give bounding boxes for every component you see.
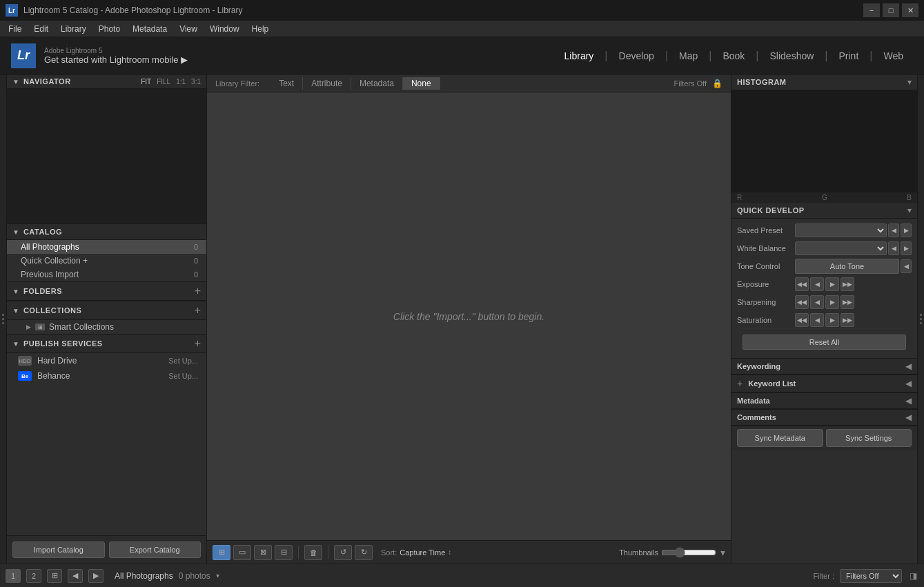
qd-sat-inc-large[interactable]: ▶▶ xyxy=(841,313,854,327)
qd-sharp-inc[interactable]: ▶ xyxy=(825,295,839,309)
status-filter-select[interactable]: Filters Off xyxy=(840,569,902,583)
nav-opt-1-1[interactable]: 1:1 xyxy=(176,78,186,86)
comments-header[interactable]: Comments ◀ xyxy=(731,409,917,426)
publish-add-button[interactable]: + xyxy=(195,338,201,349)
menu-metadata[interactable]: Metadata xyxy=(127,23,173,35)
keywording-collapse-icon[interactable]: ◀ xyxy=(905,361,912,371)
nav-opt-fill[interactable]: FILL xyxy=(157,78,170,86)
quick-develop-header[interactable]: Quick Develop ▾ xyxy=(731,203,917,219)
filter-tab-attribute[interactable]: Attribute xyxy=(303,77,351,90)
status-collapse-icon[interactable]: ◨ xyxy=(907,570,918,581)
page-1-button[interactable]: 1 xyxy=(6,569,21,583)
module-print[interactable]: Print xyxy=(829,46,869,66)
thumbnails-dropdown[interactable]: ▾ xyxy=(720,547,725,558)
keyword-list-collapse-icon[interactable]: ◀ xyxy=(905,379,912,388)
folders-header[interactable]: ▼ Folders + xyxy=(7,281,206,301)
menu-edit[interactable]: Edit xyxy=(28,23,54,35)
keywording-header[interactable]: Keywording ◀ xyxy=(731,358,917,375)
collections-header[interactable]: ▼ Collections + xyxy=(7,301,206,320)
qd-wb-select[interactable] xyxy=(795,241,887,255)
filter-tab-none[interactable]: None xyxy=(403,77,440,90)
sort-value[interactable]: Capture Time xyxy=(400,548,445,557)
import-catalog-button[interactable]: Import Catalog xyxy=(12,541,105,558)
catalog-item-previous-import[interactable]: Previous Import 0 xyxy=(7,268,206,281)
survey-view-button[interactable]: ⊟ xyxy=(275,545,293,560)
metadata-header[interactable]: Metadata ◀ xyxy=(731,392,917,409)
qd-reset-all-button[interactable]: Reset All xyxy=(743,335,906,350)
catalog-item-quick-collection[interactable]: Quick Collection + 0 xyxy=(7,254,206,268)
grid-view-button[interactable]: ⊞ xyxy=(213,545,230,560)
sort-arrow-icon[interactable]: ↕ xyxy=(448,548,451,556)
publish-item-hard-drive[interactable]: HDD Hard Drive Set Up... xyxy=(7,353,206,368)
qd-wb-prev[interactable]: ◀ xyxy=(888,241,899,255)
sync-metadata-button[interactable]: Sync Metadata xyxy=(737,429,823,447)
module-map[interactable]: Map xyxy=(669,46,707,66)
catalog-header[interactable]: ▼ Catalog xyxy=(7,223,206,240)
keyword-list-header[interactable]: + Keyword List ◀ xyxy=(731,375,917,392)
rotate-left-button[interactable]: ↺ xyxy=(334,545,352,560)
qd-tone-collapse[interactable]: ◀ xyxy=(901,259,912,273)
metadata-collapse-icon[interactable]: ◀ xyxy=(905,396,912,406)
qd-exposure-inc[interactable]: ▶ xyxy=(825,277,839,291)
page-2-button[interactable]: 2 xyxy=(26,569,41,583)
loupe-view-button[interactable]: ▭ xyxy=(233,545,251,560)
qd-sharp-inc-large[interactable]: ▶▶ xyxy=(841,295,854,309)
qd-preset-next[interactable]: ▶ xyxy=(901,223,912,237)
qd-preset-select[interactable] xyxy=(795,223,887,237)
comments-collapse-icon[interactable]: ◀ xyxy=(905,412,912,422)
menu-help[interactable]: Help xyxy=(246,23,275,35)
menu-view[interactable]: View xyxy=(174,23,203,35)
minimize-button[interactable]: − xyxy=(863,3,880,17)
module-web[interactable]: Web xyxy=(874,46,913,66)
navigator-header[interactable]: ▼ Navigator FIT FILL 1:1 3:1 xyxy=(7,74,206,89)
menu-window[interactable]: Window xyxy=(204,23,245,35)
keyword-list-add-icon[interactable]: + xyxy=(737,378,743,389)
thumbnails-slider[interactable] xyxy=(661,547,716,558)
filters-off-button[interactable]: Filters Off xyxy=(674,79,707,88)
qd-auto-tone-button[interactable]: Auto Tone xyxy=(795,259,899,274)
module-book[interactable]: Book xyxy=(713,46,754,66)
module-library[interactable]: Library xyxy=(555,46,604,66)
qd-sharp-dec[interactable]: ◀ xyxy=(810,295,824,309)
qd-sharp-dec-large[interactable]: ◀◀ xyxy=(795,295,809,309)
histogram-header[interactable]: Histogram ▾ xyxy=(731,74,917,90)
delete-button[interactable]: 🗑 xyxy=(304,545,322,560)
qd-sat-dec-large[interactable]: ◀◀ xyxy=(795,313,809,327)
right-collapse-handle[interactable] xyxy=(917,74,924,564)
qd-sat-dec[interactable]: ◀ xyxy=(810,313,824,327)
menu-file[interactable]: File xyxy=(3,23,27,35)
status-nav-next[interactable]: ▶ xyxy=(88,569,104,583)
mobile-link[interactable]: Get started with Lightroom mobile ▶ xyxy=(44,54,188,65)
filter-lock-icon[interactable]: 🔒 xyxy=(712,79,723,88)
menu-photo[interactable]: Photo xyxy=(93,23,126,35)
publish-item-behance[interactable]: Be Behance Set Up... xyxy=(7,368,206,384)
menu-library[interactable]: Library xyxy=(55,23,92,35)
publish-services-header[interactable]: ▼ Publish Services + xyxy=(7,334,206,353)
rotate-right-button[interactable]: ↻ xyxy=(355,545,373,560)
collections-add-button[interactable]: + xyxy=(195,305,201,316)
smart-collections-item[interactable]: ▶ ⊞ Smart Collections xyxy=(7,320,206,334)
status-grid-icon[interactable]: ⊞ xyxy=(47,569,62,583)
left-collapse-handle[interactable] xyxy=(0,74,7,564)
nav-opt-3-1[interactable]: 3:1 xyxy=(191,78,201,86)
qd-preset-prev[interactable]: ◀ xyxy=(888,223,899,237)
histogram-collapse[interactable]: ▾ xyxy=(907,77,912,87)
quick-develop-collapse[interactable]: ▾ xyxy=(907,206,912,215)
close-button[interactable]: ✕ xyxy=(902,3,918,17)
behance-setup[interactable]: Set Up... xyxy=(168,372,198,380)
status-photo-count[interactable]: 0 photos xyxy=(179,571,210,581)
status-nav-prev[interactable]: ◀ xyxy=(68,569,83,583)
filter-tab-text[interactable]: Text xyxy=(271,77,303,90)
qd-exposure-dec-large[interactable]: ◀◀ xyxy=(795,277,809,291)
qd-exposure-dec[interactable]: ◀ xyxy=(810,277,824,291)
folders-add-button[interactable]: + xyxy=(195,286,201,297)
nav-opt-fit[interactable]: FIT xyxy=(141,78,151,86)
filter-tab-metadata[interactable]: Metadata xyxy=(351,77,403,90)
restore-button[interactable]: □ xyxy=(883,3,899,17)
qd-wb-next[interactable]: ▶ xyxy=(901,241,912,255)
qd-exposure-inc-large[interactable]: ▶▶ xyxy=(841,277,854,291)
catalog-item-all-photographs[interactable]: All Photographs 0 xyxy=(7,240,206,254)
status-photo-arrow[interactable]: ▾ xyxy=(216,572,219,579)
qd-sat-inc[interactable]: ▶ xyxy=(825,313,839,327)
sync-settings-button[interactable]: Sync Settings xyxy=(826,429,912,447)
